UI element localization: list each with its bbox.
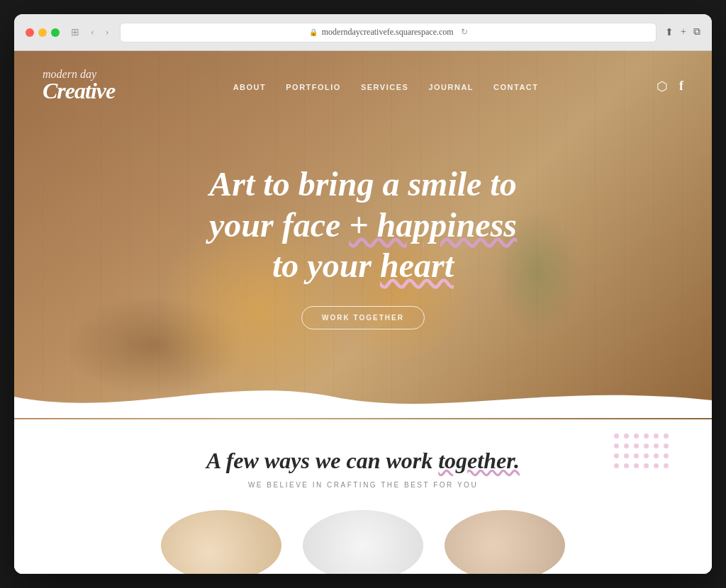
nav-item-services[interactable]: SERVICES	[361, 80, 408, 93]
traffic-lights	[26, 28, 60, 37]
browser-controls: ⊞ ‹ ›	[68, 25, 111, 40]
share-icon[interactable]: ⬆	[665, 26, 674, 38]
dot	[614, 463, 619, 468]
wave-separator	[14, 375, 712, 419]
sidebar-toggle-icon[interactable]: ⊞	[68, 25, 82, 40]
dot	[644, 443, 649, 448]
logo-main: Creative	[43, 78, 115, 104]
card-2[interactable]	[303, 510, 423, 574]
dot	[624, 434, 629, 439]
nav-link-services[interactable]: SERVICES	[361, 83, 408, 91]
browser-window: ⊞ ‹ › 🔒 moderndaycreativefe.squarespace.…	[14, 14, 712, 574]
dot	[654, 463, 659, 468]
work-together-button[interactable]: WORK TOGETHER	[301, 306, 425, 329]
dot	[614, 443, 619, 448]
dot	[624, 463, 629, 468]
dot	[634, 463, 639, 468]
dot	[664, 443, 669, 448]
dot	[614, 434, 619, 439]
dots-decoration	[614, 434, 669, 469]
forward-icon[interactable]: ›	[103, 26, 112, 40]
nav-link-portfolio[interactable]: PORTFOLIO	[286, 83, 341, 91]
dot	[664, 453, 669, 458]
nav-social: ⬡ f	[657, 79, 683, 94]
nav-link-journal[interactable]: JOURNAL	[428, 83, 474, 91]
maximize-button[interactable]	[51, 28, 60, 37]
dots-grid	[614, 434, 669, 469]
bottom-section: A few ways we can work together. WE BELI…	[14, 419, 712, 574]
close-button[interactable]	[26, 28, 34, 37]
dot	[624, 453, 629, 458]
minimize-button[interactable]	[38, 28, 47, 37]
lock-icon: 🔒	[309, 28, 318, 36]
website-content: modern day Creative ABOUT PORTFOLIO SERV…	[14, 51, 712, 574]
logo-script: modern day	[43, 68, 115, 81]
hero-heading-line2: your face + happiness	[209, 206, 517, 244]
dot	[614, 453, 619, 458]
hero-text: Art to bring a smile to your face + happ…	[14, 121, 712, 329]
dot	[664, 463, 669, 468]
url-text: moderndaycreativefe.squarespace.com	[322, 27, 454, 38]
nav-item-about[interactable]: ABOUT	[233, 80, 267, 93]
hero-heading-line1: Art to bring a smile to	[209, 165, 516, 203]
facebook-icon[interactable]: f	[679, 79, 683, 94]
nav-item-journal[interactable]: JOURNAL	[428, 80, 474, 93]
nav-links: ABOUT PORTFOLIO SERVICES JOURNAL CONTACT	[233, 80, 539, 93]
reload-icon[interactable]: ↻	[461, 27, 468, 38]
dot	[634, 443, 639, 448]
back-icon[interactable]: ‹	[88, 26, 97, 40]
browser-chrome: ⊞ ‹ › 🔒 moderndaycreativefe.squarespace.…	[14, 14, 712, 51]
dot	[634, 434, 639, 439]
dot	[654, 453, 659, 458]
dot	[644, 463, 649, 468]
new-tab-icon[interactable]: +	[681, 26, 686, 38]
dot	[644, 434, 649, 439]
logo[interactable]: modern day Creative	[43, 68, 115, 104]
instagram-icon[interactable]: ⬡	[657, 79, 668, 94]
nav-link-about[interactable]: ABOUT	[233, 83, 267, 91]
nav-item-portfolio[interactable]: PORTFOLIO	[286, 80, 341, 93]
browser-actions: ⬆ + ⧉	[665, 26, 700, 38]
card-1[interactable]	[161, 510, 281, 574]
tabs-icon[interactable]: ⧉	[693, 26, 700, 38]
hero-highlight-face: + happiness	[349, 206, 517, 244]
dot	[654, 443, 659, 448]
dot	[644, 453, 649, 458]
navigation: modern day Creative ABOUT PORTFOLIO SERV…	[14, 51, 712, 121]
section-subheading: WE BELIEVE IN CRAFTING THE BEST FOR YOU	[43, 481, 683, 489]
section-heading-together: together.	[438, 448, 520, 473]
cards-row	[43, 510, 683, 574]
hero-heading-line3: to your heart	[272, 247, 454, 284]
hero-section: modern day Creative ABOUT PORTFOLIO SERV…	[14, 51, 712, 419]
nav-item-contact[interactable]: CONTACT	[493, 80, 538, 93]
nav-link-contact[interactable]: CONTACT	[493, 83, 538, 91]
dot	[664, 434, 669, 439]
section-heading: A few ways we can work together.	[43, 448, 683, 474]
dot	[624, 443, 629, 448]
dot	[654, 434, 659, 439]
dot	[634, 453, 639, 458]
section-heading-text: A few ways we can work	[206, 448, 438, 473]
hero-heading: Art to bring a smile to your face + happ…	[186, 164, 540, 286]
card-3[interactable]	[445, 510, 565, 574]
address-bar[interactable]: 🔒 moderndaycreativefe.squarespace.com ↻	[120, 23, 657, 43]
hero-highlight-heart: heart	[380, 247, 454, 284]
